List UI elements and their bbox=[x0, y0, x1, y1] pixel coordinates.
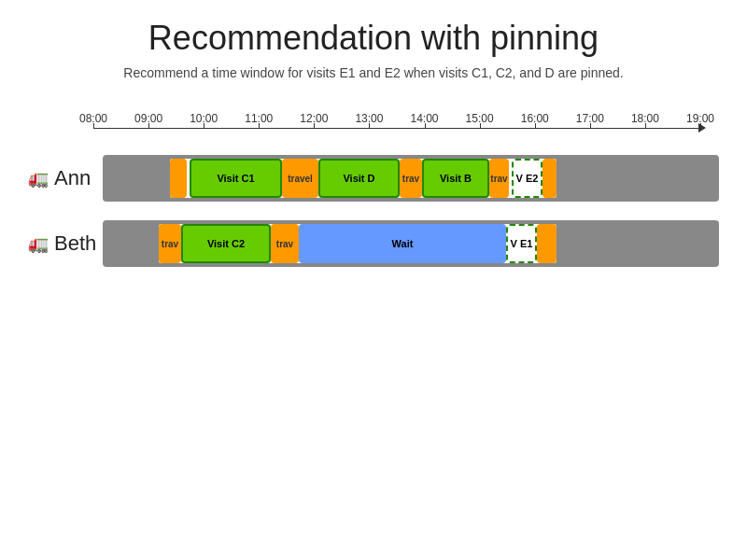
tick-label: 17:00 bbox=[576, 112, 604, 125]
ann-truck-icon: 🚛 bbox=[28, 168, 49, 189]
segment-2: travel bbox=[282, 159, 318, 198]
segment-7: V E2 bbox=[512, 159, 543, 198]
ann-row: 🚛 Ann Visit C1travelVisit DtravVisit Btr… bbox=[28, 155, 719, 202]
page-subtitle: Recommend a time window for visits E1 an… bbox=[28, 65, 719, 80]
page-title: Recommendation with pinning bbox=[28, 19, 719, 58]
tick-label: 08:00 bbox=[79, 112, 107, 125]
ann-bar-track: Visit C1travelVisit DtravVisit BtravV E2 bbox=[103, 155, 719, 202]
segment-2: trav bbox=[271, 224, 299, 263]
segment-0: trav bbox=[159, 224, 181, 263]
segment-3: Visit D bbox=[318, 159, 400, 198]
tick-label: 18:00 bbox=[631, 112, 659, 125]
tick-label: 16:00 bbox=[521, 112, 549, 125]
tick-label: 19:00 bbox=[686, 112, 714, 125]
segment-1: Visit C2 bbox=[181, 224, 271, 263]
ann-label: 🚛 Ann bbox=[28, 166, 103, 190]
tick-label: 11:00 bbox=[245, 112, 273, 125]
axis-line bbox=[93, 128, 700, 129]
segment-4: trav bbox=[400, 159, 422, 198]
segment-1: Visit C1 bbox=[190, 159, 282, 198]
beth-label: 🚛 Beth bbox=[28, 231, 103, 256]
tick-label: 09:00 bbox=[134, 112, 162, 125]
tick-label: 15:00 bbox=[466, 112, 494, 125]
segment-5: Visit B bbox=[422, 159, 489, 198]
tick-label: 12:00 bbox=[300, 112, 328, 125]
page: Recommendation with pinning Recommend a … bbox=[0, 0, 747, 560]
timeline-axis: 08:0009:0010:0011:0012:0013:0014:0015:00… bbox=[93, 108, 700, 136]
ann-name: Ann bbox=[54, 166, 91, 190]
segment-0 bbox=[170, 159, 187, 198]
segment-5 bbox=[537, 224, 557, 263]
beth-name: Beth bbox=[54, 231, 96, 256]
beth-truck-icon: 🚛 bbox=[28, 233, 49, 254]
beth-bar-track: travVisit C2travWaitV E1 bbox=[103, 220, 719, 267]
tick-label: 13:00 bbox=[355, 112, 383, 125]
timeline-container: 08:0009:0010:0011:0012:0013:0014:0015:00… bbox=[28, 108, 719, 136]
tick-label: 14:00 bbox=[411, 112, 439, 125]
segment-8 bbox=[543, 159, 557, 198]
beth-row: 🚛 Beth travVisit C2travWaitV E1 bbox=[28, 220, 719, 267]
segment-3: Wait bbox=[299, 224, 506, 263]
segment-6: trav bbox=[489, 159, 509, 198]
segment-4: V E1 bbox=[506, 224, 537, 263]
tick-label: 10:00 bbox=[190, 112, 218, 125]
